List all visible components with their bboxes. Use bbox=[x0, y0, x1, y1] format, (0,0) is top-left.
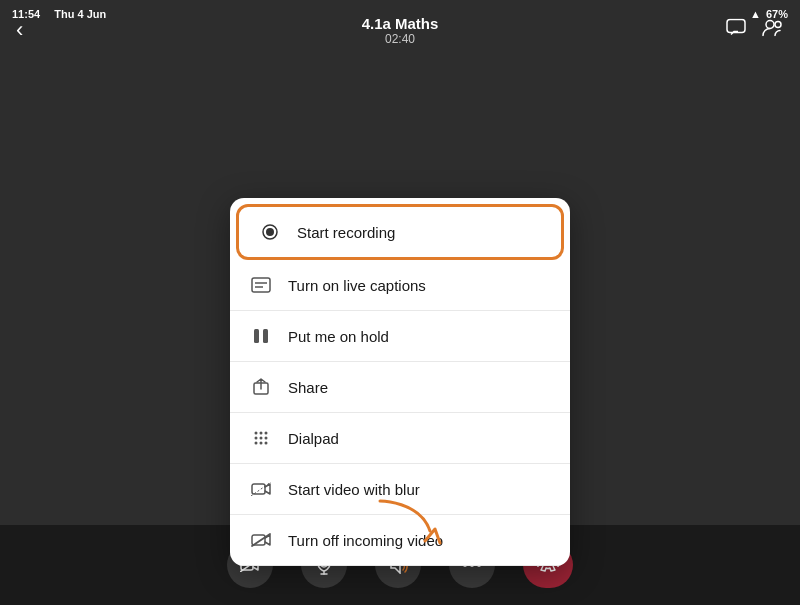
svg-point-2 bbox=[775, 22, 781, 28]
menu-item-dialpad[interactable]: Dialpad bbox=[230, 413, 570, 464]
menu-item-hold[interactable]: Put me on hold bbox=[230, 311, 570, 362]
svg-point-11 bbox=[255, 432, 258, 435]
participants-icon[interactable] bbox=[762, 19, 784, 42]
share-label: Share bbox=[288, 379, 328, 396]
menu-item-start-recording[interactable]: Start recording bbox=[239, 207, 561, 257]
video-blur-icon bbox=[250, 478, 272, 500]
captions-icon bbox=[250, 274, 272, 296]
svg-point-16 bbox=[265, 437, 268, 440]
svg-point-1 bbox=[766, 21, 774, 29]
svg-point-15 bbox=[260, 437, 263, 440]
svg-point-17 bbox=[255, 442, 258, 445]
header-icons bbox=[726, 19, 784, 42]
svg-point-14 bbox=[255, 437, 258, 440]
start-recording-label: Start recording bbox=[297, 224, 395, 241]
dialpad-label: Dialpad bbox=[288, 430, 339, 447]
header-title-group: 4.1a Maths 02:40 bbox=[362, 15, 439, 46]
svg-rect-20 bbox=[252, 484, 265, 494]
header: ‹ 4.1a Maths 02:40 bbox=[0, 0, 800, 60]
svg-rect-22 bbox=[252, 535, 265, 545]
hold-icon bbox=[250, 325, 272, 347]
svg-rect-5 bbox=[252, 278, 270, 292]
live-captions-label: Turn on live captions bbox=[288, 277, 426, 294]
video-off-icon bbox=[250, 529, 272, 551]
meeting-title: 4.1a Maths bbox=[362, 15, 439, 32]
menu-item-share[interactable]: Share bbox=[230, 362, 570, 413]
arrow-annotation bbox=[370, 491, 450, 550]
dialpad-icon bbox=[250, 427, 272, 449]
svg-rect-0 bbox=[727, 20, 745, 33]
menu-item-live-captions[interactable]: Turn on live captions bbox=[230, 260, 570, 311]
svg-point-12 bbox=[260, 432, 263, 435]
svg-point-13 bbox=[265, 432, 268, 435]
hold-label: Put me on hold bbox=[288, 328, 389, 345]
svg-point-18 bbox=[260, 442, 263, 445]
back-button[interactable]: ‹ bbox=[16, 17, 23, 43]
highlighted-item-wrapper: Start recording bbox=[236, 204, 564, 260]
meeting-timer: 02:40 bbox=[362, 32, 439, 46]
chat-icon[interactable] bbox=[726, 19, 746, 42]
svg-point-4 bbox=[266, 228, 274, 236]
share-icon bbox=[250, 376, 272, 398]
svg-point-19 bbox=[265, 442, 268, 445]
svg-rect-9 bbox=[263, 329, 268, 343]
record-icon bbox=[259, 221, 281, 243]
svg-rect-8 bbox=[254, 329, 259, 343]
